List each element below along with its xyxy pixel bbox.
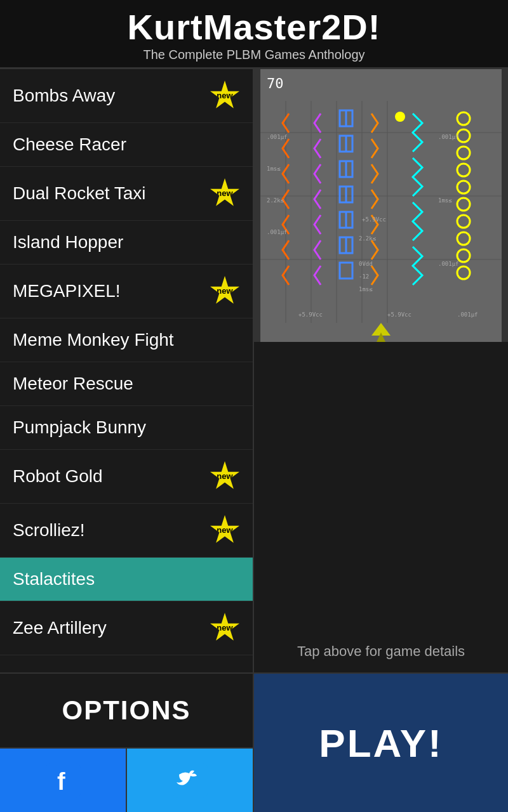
app-header: KurtMaster2D! The Complete PLBM Games An…: [0, 0, 508, 69]
game-item-meme-monkey-fight[interactable]: Meme Monkey Fight: [0, 318, 253, 362]
game-name-zee-artillery: Zee Artillery: [13, 618, 107, 638]
game-item-dual-rocket-taxi[interactable]: Dual Rocket Taxinew: [0, 167, 253, 221]
preview-hint: Tap above for game details: [254, 342, 508, 672]
game-name-meme-monkey-fight: Meme Monkey Fight: [13, 330, 174, 350]
game-item-bombs-away[interactable]: Bombs Awaynew: [0, 69, 253, 123]
new-badge-zee-artillery: new: [210, 613, 240, 643]
hint-text: Tap above for game details: [297, 643, 465, 660]
new-badge-robot-gold: new: [210, 461, 240, 492]
game-name-stalactites: Stalactites: [13, 569, 95, 589]
svg-text:2.2k≤: 2.2k≤: [267, 197, 284, 204]
svg-text:1ms≤: 1ms≤: [438, 197, 452, 204]
new-badge-megapixel: new: [210, 276, 240, 306]
game-list: Bombs AwaynewCheese RacerDual Rocket Tax…: [0, 69, 254, 672]
svg-text:.001µf: .001µf: [267, 229, 288, 235]
game-item-scrolliez[interactable]: Scrolliez!new: [0, 504, 253, 558]
app-subtitle: The Complete PLBM Games Anthology: [0, 48, 508, 62]
social-buttons: f: [0, 749, 253, 812]
preview-pane: 70: [254, 69, 508, 672]
facebook-icon: f: [46, 763, 81, 798]
svg-text:+5.9Vcc: +5.9Vcc: [298, 311, 323, 318]
play-button[interactable]: PLAY!: [254, 674, 508, 812]
svg-text:.001µf: .001µf: [457, 311, 478, 318]
game-name-island-hopper: Island Hopper: [13, 232, 123, 252]
play-label: PLAY!: [319, 721, 443, 766]
left-bottom: OPTIONS f: [0, 674, 254, 812]
options-label: OPTIONS: [62, 695, 190, 726]
game-item-zee-artillery[interactable]: Zee Artillerynew: [0, 601, 253, 655]
options-button[interactable]: OPTIONS: [0, 674, 253, 749]
game-item-island-hopper[interactable]: Island Hopper: [0, 221, 253, 265]
svg-text:0Vdd: 0Vdd: [359, 261, 373, 267]
svg-text:+5.9Vcc: +5.9Vcc: [362, 216, 386, 223]
new-badge-scrolliez: new: [210, 515, 240, 546]
game-preview-image[interactable]: 70: [254, 69, 508, 342]
svg-text:.001µf: .001µf: [267, 134, 288, 140]
svg-rect-0: [260, 69, 502, 342]
game-name-cheese-racer: Cheese Racer: [13, 134, 126, 155]
game-item-meteor-rescue[interactable]: Meteor Rescue: [0, 362, 253, 406]
svg-text:1ms≤: 1ms≤: [267, 166, 281, 172]
svg-text:+5.9Vcc: +5.9Vcc: [387, 311, 411, 318]
svg-rect-53: [173, 763, 208, 798]
app-title: KurtMaster2D!: [0, 6, 508, 48]
game-item-pumpjack-bunny[interactable]: Pumpjack Bunny: [0, 406, 253, 450]
svg-text:2.2k≤: 2.2k≤: [359, 235, 377, 242]
twitter-icon: [173, 763, 208, 798]
game-name-pumpjack-bunny: Pumpjack Bunny: [13, 417, 146, 438]
game-name-dual-rocket-taxi: Dual Rocket Taxi: [13, 183, 146, 204]
game-item-cheese-racer[interactable]: Cheese Racer: [0, 123, 253, 167]
main-content: Bombs AwaynewCheese RacerDual Rocket Tax…: [0, 69, 508, 672]
svg-text:70: 70: [267, 75, 284, 91]
svg-text:-12: -12: [359, 273, 369, 280]
game-name-robot-gold: Robot Gold: [13, 466, 103, 487]
twitter-button[interactable]: [127, 749, 253, 812]
game-name-bombs-away: Bombs Away: [13, 86, 115, 106]
svg-text:1ms≤: 1ms≤: [359, 286, 373, 292]
svg-text:f: f: [57, 768, 65, 795]
game-item-robot-gold[interactable]: Robot Goldnew: [0, 450, 253, 504]
game-name-meteor-rescue: Meteor Rescue: [13, 374, 133, 394]
svg-text:.001µf: .001µf: [438, 134, 459, 140]
game-screenshot: 70: [254, 69, 508, 342]
svg-point-23: [395, 112, 405, 122]
bottom-bar: OPTIONS f PLAY!: [0, 672, 508, 812]
facebook-button[interactable]: f: [0, 749, 127, 812]
game-item-megapixel[interactable]: MEGAPIXEL!new: [0, 265, 253, 318]
game-name-scrolliez: Scrolliez!: [13, 520, 85, 540]
svg-text:.001µf: .001µf: [438, 261, 459, 267]
game-item-stalactites[interactable]: Stalactites: [0, 558, 253, 601]
game-name-megapixel: MEGAPIXEL!: [13, 281, 121, 301]
new-badge-dual-rocket-taxi: new: [210, 178, 240, 209]
new-badge-bombs-away: new: [210, 81, 240, 111]
